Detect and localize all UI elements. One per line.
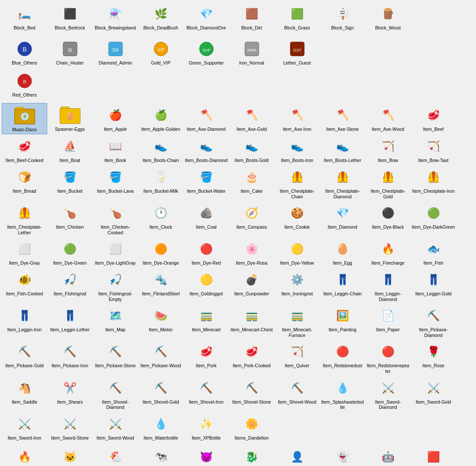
icon-Item_Boots-Gold[interactable]: 👟 Item_Boots-Gold	[229, 134, 274, 165]
icon-Item_Ironingnot[interactable]: ⚙️ Item_Ironingnot	[274, 268, 320, 304]
icon-Item_Fishingrod-Empty[interactable]: 🎣 Item_Fishingrod-Empty	[93, 268, 138, 304]
icon-Item_Bow[interactable]: 🏹 Item_Bow	[365, 134, 411, 165]
icon-Item_Dye-Orange[interactable]: 🟠 Item_Dye-Orange	[138, 237, 183, 268]
icon-Item_Boots-Diamond[interactable]: 👟 Item_Boots-Diamond	[183, 134, 229, 165]
icon-Mob_Blaze[interactable]: 🔥 Mob_Blaze	[2, 445, 47, 466]
icon-Lether_Guest[interactable]: GST Lether_Guest	[274, 37, 320, 68]
icon-Block_Wood[interactable]: 🪵 Block_Wood	[365, 2, 411, 32]
icon-Item_Melon[interactable]: 🍉 Item_Melon	[138, 304, 183, 340]
icon-Mob_Irongolem[interactable]: 🤖 Mob_Irongolem	[365, 445, 411, 466]
icon-Item_Book[interactable]: 📖 Item_Book	[93, 134, 138, 165]
icon-Block_DeadBush[interactable]: 🌿 Block_DeadBush	[138, 2, 183, 32]
icon-Item_Pork-Cooked[interactable]: 🥩 Item_Pork-Cooked	[229, 340, 274, 375]
icon-Item_Pickaxe-Iron[interactable]: ⛏️ Item_Pickaxe-Iron	[47, 340, 93, 375]
icon-Item_Beef-Cooked[interactable]: 🥩 Item_Beef-Cooked	[2, 134, 47, 165]
icon-Item_Saddle[interactable]: 🐴 Item_Saddle	[2, 376, 47, 412]
icon-Item_Clock[interactable]: 🕐 Item_Clock	[138, 201, 183, 237]
icon-Item_Bucket-Water[interactable]: 🪣 Item_Bucket-Water	[183, 165, 229, 201]
icon-Item_Chicken-Cooked[interactable]: 🍗 Item_Chicken-Cooked	[93, 201, 138, 237]
icon-Item_Sword-Wood[interactable]: ⚔️ Item_Sword-Wood	[93, 412, 138, 443]
icon-Item_Pickaxe-Wood[interactable]: ⛏️ Item_Pickaxe-Wood	[138, 340, 183, 375]
icon-Chain_Hoster[interactable]: ⛓ Chain_Hoster	[47, 37, 93, 68]
icon-Block_BrewingStand[interactable]: ⚗️ Block_Brewingstand	[93, 2, 138, 32]
icon-Item_Boat[interactable]: ⛵ Item_Boat	[47, 134, 93, 165]
icon-Item_Diamond[interactable]: 💎 Item_Diamond	[320, 201, 365, 237]
icon-Item_Sword-Stone[interactable]: ⚔️ Item_Sword-Stone	[47, 412, 93, 443]
icon-Mob_Chicken[interactable]: 🐔 Mob_Chicken	[93, 445, 138, 466]
icon-Item_Minecart-Chest[interactable]: 🚃 Item_Minecart-Chest	[229, 304, 274, 340]
icon-Item_Compass[interactable]: 🧭 Item_Compass	[229, 201, 274, 237]
icon-Item_Sword-Gold[interactable]: ⚔️ Item_Sword-Gold	[411, 376, 456, 412]
icon-Item_Bow-Taut[interactable]: 🏹 Item_Bow-Taut	[411, 134, 456, 165]
icon-Item_Dye-Gray[interactable]: ⬜ Item_Dye-Gray	[2, 237, 47, 268]
icon-Iron_Normal[interactable]: NRM Iron_Normal	[229, 37, 274, 68]
icon-Item_XPBottle[interactable]: ✨ Item_XPBottle	[183, 412, 229, 443]
icon-Items_Dandelion[interactable]: 🌼 Items_Dandelion	[229, 412, 274, 443]
icon-Item_Apple-Golden[interactable]: 🍏 Item_Apple-Golden	[138, 103, 183, 135]
icon-Item_Minecart-Furnace[interactable]: 🚃 Item_Minecart-Furnace	[274, 304, 320, 340]
icon-Item_Goldinggot[interactable]: 🟡 Item_Goldinggot	[183, 268, 229, 304]
icon-Mob_Magmacube[interactable]: 🟥 Mob_Magmacube	[411, 445, 456, 466]
icon-Item_Fishingrod[interactable]: 🎣 Item_Fishingrod	[47, 268, 93, 304]
icon-Item_Firecharge[interactable]: 🔥 Item_Firecharge	[365, 237, 411, 268]
icon-Item_Pickaxe-Gold[interactable]: ⛏️ Item_Pickaxe-Gold	[2, 340, 47, 375]
icon-Item_Pork[interactable]: 🥩 Item_Pork	[183, 340, 229, 375]
icon-Gold_VIP[interactable]: VIP Gold_VIP	[138, 37, 183, 68]
icon-Item_FlintandSteel[interactable]: 🔩 Item_FlintandSteel	[138, 268, 183, 304]
icon-Item_Rose[interactable]: 🌹 Item_Rose	[411, 340, 456, 375]
icon-Item_Chestplate-Iron[interactable]: 🦺 Item_Chestplate-Iron	[411, 165, 456, 201]
icon-Block_DiamondOre[interactable]: 💎 Block_DiamondOre	[183, 2, 229, 32]
icon-Item_Coal[interactable]: 🪨 Item_Coal	[183, 201, 229, 237]
icon-Red_Others[interactable]: R Red_Others	[2, 69, 47, 100]
icon-Item_Shovel-Iron[interactable]: ⛏️ Item_Shovel-Iron	[183, 376, 229, 412]
icon-Block_Grass[interactable]: 🟩 Block_Grass	[274, 2, 320, 32]
icon-Mob_Creeper[interactable]: 😈 Mob_Creeper	[183, 445, 229, 466]
icon-Item_Dye-Green[interactable]: 🟢 Item_Dye-Green	[47, 237, 93, 268]
icon-Item_Apple[interactable]: 🍎 Item_Apple	[93, 103, 138, 135]
icon-Item_Shovel-Stone[interactable]: ⛏️ Item_Shovel-Stone	[229, 376, 274, 412]
icon-Item_Quiver[interactable]: 🏹 Item_Quiver	[274, 340, 320, 375]
icon-Item_Axe-Wood[interactable]: 🪓 Item_Axe-Wood	[365, 103, 411, 135]
icon-Item_Splashwaterbottle[interactable]: 💧 Item_Splashwaterbottle	[320, 376, 365, 412]
icon-Item_Shovel-Diamond[interactable]: ⛏️ Item_Shovel-Diamond	[93, 376, 138, 412]
icon-Mob_Enderman[interactable]: 👤 Mob_Enderman	[274, 445, 320, 466]
icon-Green_Supporter[interactable]: SUP Green_Supporter	[183, 37, 229, 68]
icon-Item_Bucket-Milk[interactable]: 🥛 Item_Bucket-Milk	[138, 165, 183, 201]
icon-Item_Redstonerepeater[interactable]: 🔴 Item_Redstonerepeater	[365, 340, 411, 375]
icon-Item_Egg[interactable]: 🥚 Item_Egg	[320, 237, 365, 268]
folder-Music-Discs[interactable]: 💿 Music-Discs	[2, 103, 47, 135]
icon-Block_Dirt[interactable]: 🟫 Block_Dirt	[229, 2, 274, 32]
icon-Item_Dye-LightGray[interactable]: ⬜ Item_Dye-LightGray	[93, 237, 138, 268]
icon-Item_Chestplate-Lether[interactable]: 🦺 Item_Chestplate-Lether	[2, 201, 47, 237]
icon-Item_Dye-Black[interactable]: ⚫ Item_Dye-Black	[365, 201, 411, 237]
icon-Item_Redstonedust[interactable]: 🔴 Item_Redstonedust	[320, 340, 365, 375]
icon-Item_Dye-Rosa[interactable]: 🌸 Item_Dye-Rosa	[229, 237, 274, 268]
icon-Item_Bread[interactable]: 🍞 Item_Bread	[2, 165, 47, 201]
icon-Item_Bucket[interactable]: 🪣 Item_Bucket	[47, 165, 93, 201]
icon-Item_Chestplate-Chain[interactable]: 🦺 Item_Chestplate-Chain	[274, 165, 320, 201]
icon-Item_Dye-Yellow[interactable]: 🟡 Item_Dye-Yellow	[274, 237, 320, 268]
icon-Item_Waterbottle[interactable]: 💧 Item_Waterbottle	[138, 412, 183, 443]
icon-Item_Fish-Cooked[interactable]: 🐠 Item_Fish-Cooked	[2, 268, 47, 304]
icon-Item_Dye-DarkGreen[interactable]: 🟢 Item_Dye-DarkGreen	[411, 201, 456, 237]
icon-Item_Boots-Lether[interactable]: 👟 Item_Boots-Lether	[320, 134, 365, 165]
icon-Item_Boots-Chain[interactable]: 👟 Item_Boots-Chain	[138, 134, 183, 165]
icon-Item_Pickaxe-Diamond[interactable]: ⛏️ Item_Pickaxe-Diamond	[411, 304, 456, 340]
icon-Item_Leggin-Chain[interactable]: 👖 Item_Leggin-Chain	[320, 268, 365, 304]
icon-Mob_Enderdragon[interactable]: 🐉 Mob_Enderdragon	[229, 445, 274, 466]
icon-Item_Axe-Iron[interactable]: 🪓 Item_Axe-Iron	[274, 103, 320, 135]
icon-Item_Shears[interactable]: ✂️ Item_Shears	[47, 376, 93, 412]
icon-Item_Minecart[interactable]: 🚃 Item_Minecart	[183, 304, 229, 340]
icon-Item_Leggin-Diamond[interactable]: 👖 Item_Leggin-Diamond	[365, 268, 411, 304]
icon-Block_Bedrock[interactable]: ⬛ Block_Bedrock	[47, 2, 93, 32]
icon-Item_Axe-Diamond[interactable]: 🪓 Item_Axe-Diamond	[183, 103, 229, 135]
icon-Mob_Cat[interactable]: 🐱 Mob_Cat	[47, 445, 93, 466]
icon-Item_Dye-Red[interactable]: 🔴 Item_Dye-Red	[183, 237, 229, 268]
icon-Blue_Others[interactable]: B Blue_Others	[2, 37, 47, 68]
icon-Item_Bucket-Lava[interactable]: 🪣 Item_Bucket-Lava	[93, 165, 138, 201]
icon-Item_Map[interactable]: 🗺️ Item_Map	[93, 304, 138, 340]
icon-Item_Chicken[interactable]: 🍗 Item_Chicken	[47, 201, 93, 237]
icon-Mob_Ghast[interactable]: 👻 Mob_Ghast	[320, 445, 365, 466]
icon-Item_Leggin-Lether[interactable]: 👖 Item_Leggin-Lether	[47, 304, 93, 340]
icon-Item_Sword-Diamond[interactable]: ⚔️ Item_Sword-Diamond	[365, 376, 411, 412]
